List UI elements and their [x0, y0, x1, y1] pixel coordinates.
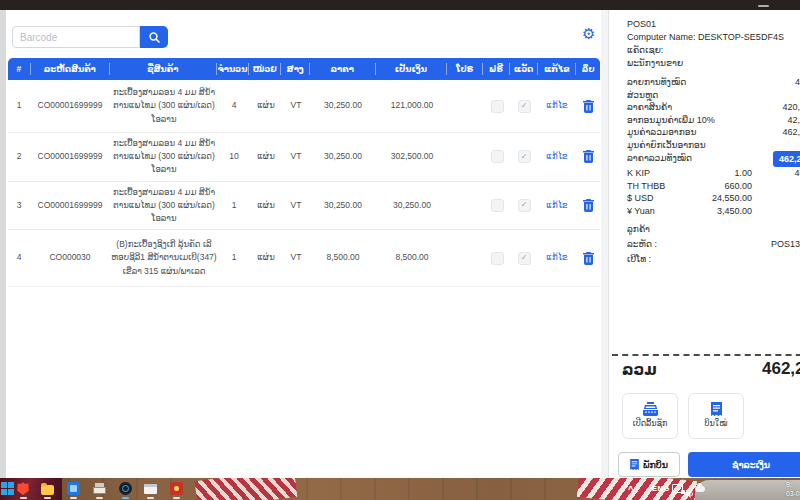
new-bill-button[interactable]: ບິນໃໝ່: [688, 393, 744, 439]
col-vat: ແວັດ: [510, 63, 538, 75]
free-checkbox[interactable]: [491, 150, 504, 163]
file-explorer-icon[interactable]: [41, 482, 55, 496]
new-bill-label: ບິນໃໝ່: [705, 419, 728, 429]
customer-label: ລູກຄ້າ: [612, 222, 800, 237]
currency-rate: 660.00: [690, 180, 752, 193]
edit-link[interactable]: ແກ້ໄຂ: [546, 99, 567, 112]
printer-app-icon[interactable]: [93, 482, 107, 496]
price: 8,500.00: [310, 247, 376, 268]
windows-start-icon[interactable]: [1, 482, 15, 496]
quantity: 10: [218, 146, 250, 167]
currency-rate: 24,550.00: [690, 192, 752, 205]
running-indicator: [70, 497, 77, 499]
currency-amount: [754, 205, 800, 218]
barcode-input[interactable]: [12, 26, 140, 48]
total-value: 462,2: [762, 359, 800, 379]
currency-row: TH THBB 660.00: [612, 180, 800, 193]
total-separator: [612, 354, 800, 356]
clock-date: 03-0: [786, 490, 800, 499]
promo-cell: [448, 102, 484, 110]
language-indicator[interactable]: ENG: [652, 478, 670, 500]
barcode-search-row: [12, 26, 168, 48]
running-indicator: [122, 497, 129, 499]
hold-bill-label: ພັກບິນ: [643, 459, 668, 470]
trash-icon: [583, 151, 594, 166]
checkout-panel: POS01 Computer Name: DESKTOP-SE5DF4S ແຄັ…: [612, 10, 800, 478]
taskbar-clock[interactable]: 9: 03-0: [786, 481, 800, 498]
col-delete: ລຶບ: [576, 63, 600, 75]
red-app-icon[interactable]: [170, 482, 184, 496]
currency-row: $ USD 24,550.00: [612, 192, 800, 205]
hold-bill-button[interactable]: ພັກບິນ: [618, 452, 680, 477]
delete-button[interactable]: [583, 199, 594, 212]
amount: 30,250.00: [376, 195, 448, 216]
summary-value: 420,: [782, 101, 800, 114]
customer-code-value: POS13: [771, 237, 800, 252]
summary-label: ລາຍການທັງໝົດ: [627, 76, 686, 89]
barcode-search-button[interactable]: [140, 26, 168, 48]
delete-button[interactable]: [583, 150, 594, 163]
minimize-icon[interactable]: [758, 5, 769, 7]
col-warehouse: ສາງ: [281, 63, 309, 75]
col-unit: ໜ່ວຍ: [249, 63, 281, 75]
open-drawer-label: ເປີດລີ້ນຊັກ: [633, 419, 668, 429]
product-code: CO00001699999: [30, 146, 110, 167]
cloud-tray-icon[interactable]: [695, 486, 705, 492]
vat-checkbox[interactable]: ✓: [518, 199, 531, 212]
summary-row: ລາຄາສິນຄ້າ 420,: [612, 101, 800, 114]
clock-time: 9:: [786, 481, 800, 490]
product-code: CO000030: [30, 247, 110, 268]
summary-label: ມູນຄ່າລວມອາກອນ: [627, 126, 696, 139]
summary-label: ມູນຄ່າຍົກເວັ້ນອາກອນ: [627, 139, 706, 152]
wallpaper-gray-object: [695, 480, 800, 500]
vat-checkbox[interactable]: ✓: [518, 252, 531, 265]
cashier-label: ແຄັດເຊຍ:: [612, 44, 800, 57]
pay-button[interactable]: ຊຳລະເງິນ: [688, 452, 800, 477]
col-price: ລາຄາ: [310, 63, 376, 75]
brave-browser-icon[interactable]: [17, 482, 31, 496]
delete-button[interactable]: [583, 252, 594, 265]
display-tray-icon[interactable]: [672, 484, 683, 493]
tray-expand-icon[interactable]: ^: [628, 478, 633, 500]
customer-phone-label: ເບີໂທ :: [627, 252, 651, 267]
gear-icon[interactable]: ⚙: [582, 26, 595, 41]
price: 30,250.00: [310, 195, 376, 216]
photos-app-icon[interactable]: [67, 482, 81, 496]
edit-link[interactable]: ແກ້ໄຂ: [546, 150, 567, 163]
edit-link[interactable]: ແກ້ໄຂ: [546, 251, 567, 264]
currency-list: K KIP 1.00 462, TH THBB 660.00 $ USD 24,…: [612, 167, 800, 217]
currency-row: K KIP 1.00 462,: [612, 167, 800, 180]
summary-value: 462,: [782, 126, 800, 139]
pos-id: POS01: [612, 18, 800, 31]
warehouse: VT: [282, 146, 310, 167]
notepad-app-icon[interactable]: [144, 482, 158, 496]
computer-name: Computer Name: DESKTOP-SE5DF4S: [612, 31, 800, 44]
customer-section: ລູກຄ້າ ລະຫັດ : POS13 ເບີໂທ :: [612, 222, 800, 267]
currency-label: ¥ Yuan: [627, 205, 690, 218]
vat-checkbox[interactable]: ✓: [518, 100, 531, 113]
col-number: #: [8, 63, 31, 75]
running-indicator: [173, 497, 180, 499]
promo-cell: [448, 201, 484, 209]
settings-app-icon[interactable]: [119, 482, 133, 496]
free-checkbox[interactable]: [491, 100, 504, 113]
col-quantity: ຈຳນວນ: [217, 63, 249, 75]
free-checkbox[interactable]: [491, 252, 504, 265]
customer-phone-row: ເບີໂທ :: [612, 252, 800, 267]
edit-link[interactable]: ແກ້ໄຂ: [546, 199, 567, 212]
summary-list: ລາຍການທັງໝົດ 4 ສ່ວນຫຼຸດ ລາຄາສິນຄ້າ 420, …: [612, 76, 800, 151]
quantity: 1: [218, 195, 250, 216]
warehouse: VT: [282, 195, 310, 216]
quantity: 1: [218, 247, 250, 268]
grand-total-badge: 462,2: [773, 151, 800, 167]
amount: 302,500.00: [376, 146, 448, 167]
vat-checkbox[interactable]: ✓: [518, 150, 531, 163]
delete-button[interactable]: [583, 100, 594, 113]
free-checkbox[interactable]: [491, 199, 504, 212]
speaker-icon[interactable]: [686, 484, 694, 500]
unit: ແຜ່ນ: [250, 146, 282, 167]
open-drawer-button[interactable]: ເປີດລີ້ນຊັກ: [622, 393, 678, 439]
wallpaper-striped-rope-left: [195, 478, 298, 500]
currency-amount: [754, 180, 800, 193]
row-number: 3: [8, 195, 30, 216]
